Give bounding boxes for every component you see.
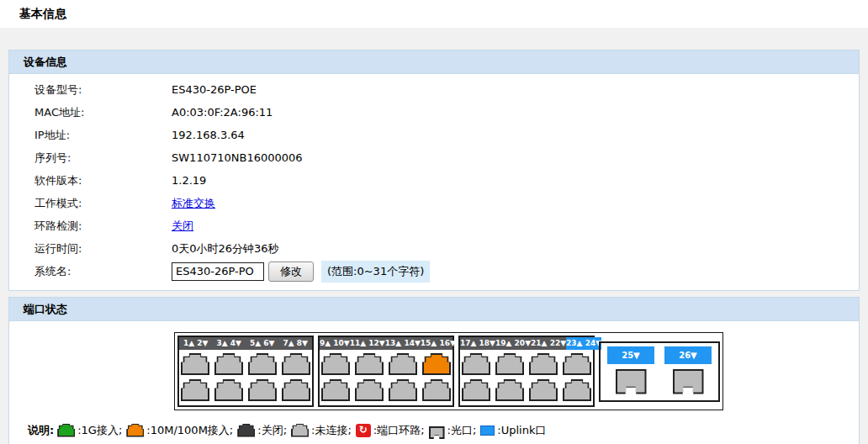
port-26 — [673, 369, 704, 394]
port-6 — [248, 379, 277, 401]
work-mode-link[interactable]: 标准交换 — [172, 196, 215, 211]
port-shape-fill — [431, 428, 443, 437]
port-25 — [616, 369, 647, 394]
system-name-input[interactable] — [172, 262, 264, 281]
port-16 — [422, 379, 451, 401]
legend-item: :Uplink口 — [480, 423, 546, 438]
loop-red-icon: ↻ — [356, 424, 371, 437]
modify-button[interactable]: 修改 — [268, 262, 314, 282]
uptime-label: 运行时间: — [34, 241, 172, 256]
port-shape-fill — [675, 371, 702, 393]
ip-label: IP地址: — [34, 128, 172, 143]
port-orange-icon — [126, 424, 144, 437]
legend-item: :关闭; — [237, 423, 287, 438]
port-grid — [179, 350, 312, 405]
port-shape-fill — [531, 355, 556, 373]
page-title: 基本信息 — [19, 7, 66, 22]
system-name-hint: (范围:0~31个字符) — [321, 261, 430, 283]
port-15 — [422, 353, 451, 375]
port-pair-label: 15▲ 16▼ — [421, 337, 456, 350]
port-shape-fill — [323, 381, 348, 399]
port-header-26: 26▼ — [664, 346, 712, 364]
port-pair-label: 19▲ 20▼ — [495, 337, 531, 350]
port-grid — [460, 350, 593, 405]
port-shape-fill — [239, 425, 254, 436]
port-pair-label: 1▲ 2▼ — [179, 337, 213, 350]
port-shape-fill — [323, 355, 348, 373]
port-22 — [529, 379, 558, 401]
port-status-panel: 端口状态 1▲ 2▼3▲ 4▼5▲ 6▼7▲ 8▼9▲ 10▼11▲ 12▼13… — [8, 297, 860, 444]
legend-text: :未连接; — [311, 423, 352, 438]
port-pair-label: 3▲ 4▼ — [213, 337, 246, 350]
device-info-header: 设备信息 — [9, 50, 859, 74]
uplink-icon — [480, 426, 495, 436]
port-pair-label: 23▲ 24▼ — [566, 337, 601, 350]
port-5 — [248, 353, 277, 375]
port-status-header: 端口状态 — [9, 298, 859, 321]
device-info-panel: 设备信息 设备型号:ES430-26P-POEMAC地址:A0:03:0F:2A… — [8, 50, 860, 291]
info-row-system-name: 系统名:修改(范围:0~31个字符) — [9, 260, 859, 283]
port-18 — [462, 379, 490, 401]
port-pair-label: 11▲ 12▼ — [350, 337, 385, 350]
port-8 — [282, 379, 310, 401]
port-shape-fill — [293, 425, 308, 436]
port-11 — [355, 353, 384, 375]
legend-text: :1G接入; — [77, 423, 122, 438]
legend-text: :10M/100M接入; — [146, 423, 233, 438]
info-row-firmware: 软件版本:1.2.19 — [9, 169, 859, 192]
legend-text: :光口; — [447, 423, 477, 438]
port-shape-fill — [497, 381, 522, 399]
port-pair-label: 7▲ 8▼ — [279, 337, 313, 350]
port-19 — [495, 353, 524, 375]
info-row-mac: MAC地址:A0:03:0F:2A:96:11 — [9, 101, 859, 124]
port-shape-fill — [564, 381, 590, 399]
port-shape-fill — [250, 355, 275, 373]
port-group-header: 17▲ 18▼19▲ 20▼21▲ 22▼23▲ 24▼ — [460, 337, 593, 350]
sfp-port-column: 26▼ — [664, 346, 712, 394]
port-pair-label: 21▲ 22▼ — [531, 337, 566, 350]
port-group-sfp: 25▼26▼ — [599, 341, 720, 402]
mac-label: MAC地址: — [34, 105, 172, 120]
loop-detect-link[interactable]: 关闭 — [172, 219, 193, 234]
port-shape-fill — [564, 355, 590, 373]
port-shape-fill — [250, 381, 275, 399]
model-label: 设备型号: — [34, 82, 172, 98]
port-12 — [355, 379, 384, 401]
port-group-3: 17▲ 18▼19▲ 20▼21▲ 22▼23▲ 24▼ — [458, 336, 595, 407]
info-row-work-mode: 工作模式:标准交换 — [9, 192, 859, 214]
port-13 — [389, 353, 417, 375]
port-shape-fill — [617, 371, 645, 393]
port-shape-fill — [424, 381, 449, 399]
port-black-icon — [237, 424, 255, 437]
port-shape-fill — [216, 381, 241, 399]
serial-label: 序列号: — [34, 151, 172, 166]
sfp-port-column: 25▼ — [607, 346, 654, 394]
info-row-model: 设备型号:ES430-26P-POE — [9, 78, 859, 101]
port-20 — [495, 379, 524, 401]
port-pair-label: 17▲ 18▼ — [460, 337, 495, 350]
switch-ports: 1▲ 2▼3▲ 4▼5▲ 6▼7▲ 8▼9▲ 10▼11▲ 12▼13▲ 14▼… — [174, 332, 723, 410]
port-group-header: 1▲ 2▼3▲ 4▼5▲ 6▼7▲ 8▼ — [179, 337, 312, 350]
port-shape-fill — [497, 355, 522, 373]
port-shape-fill — [463, 355, 489, 373]
port-23 — [563, 353, 591, 375]
port-shape-fill — [183, 355, 208, 373]
loop-detect-label: 环路检测: — [34, 219, 172, 234]
info-row-ip: IP地址:192.168.3.64 — [9, 124, 859, 146]
legend-item: :10M/100M接入; — [126, 423, 233, 438]
port-21 — [529, 353, 558, 375]
port-pair-label: 5▲ 6▼ — [246, 337, 279, 350]
legend-item: :未连接; — [291, 423, 352, 438]
port-pair-label: 13▲ 14▼ — [385, 337, 421, 350]
port-shape-fill — [183, 381, 208, 399]
legend-text: :端口环路; — [373, 423, 425, 438]
port-pair-label: 9▲ 10▼ — [320, 337, 350, 350]
port-shape-fill — [128, 425, 143, 436]
legend-item: ↻:端口环路; — [356, 423, 425, 438]
port-header-25: 25▼ — [607, 346, 654, 364]
port-shape-fill — [463, 381, 489, 399]
legend-label: 说明: — [28, 423, 54, 438]
firmware-value: 1.2.19 — [172, 174, 206, 187]
info-row-loop-detect: 环路检测:关闭 — [9, 214, 859, 237]
switch-diagram-area: 1▲ 2▼3▲ 4▼5▲ 6▼7▲ 8▼9▲ 10▼11▲ 12▼13▲ 14▼… — [9, 325, 859, 410]
